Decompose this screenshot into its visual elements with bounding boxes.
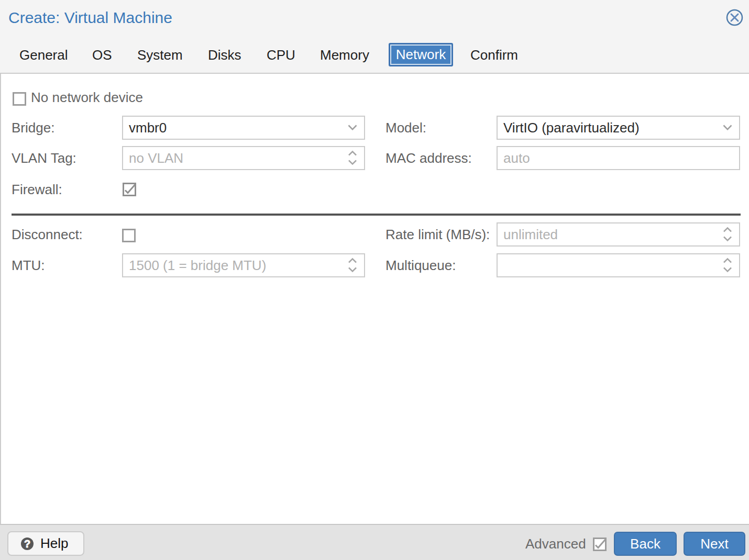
svg-text:?: ?: [24, 538, 30, 550]
